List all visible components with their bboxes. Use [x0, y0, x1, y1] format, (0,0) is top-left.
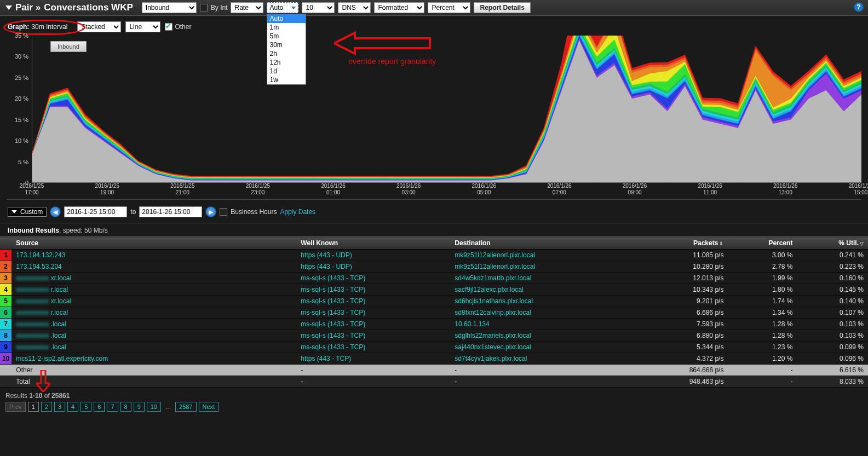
pager-page[interactable]: 9 — [134, 402, 145, 412]
cell-source[interactable]: 173.194.132.243 — [12, 250, 296, 261]
direction-select[interactable]: Inbound — [142, 2, 197, 13]
col-color[interactable] — [0, 237, 12, 250]
apply-dates-link[interactable]: Apply Dates — [280, 208, 315, 216]
date-range-mode-select[interactable]: Custom — [8, 207, 47, 217]
by-int-checkbox[interactable] — [200, 4, 208, 11]
date-next-button[interactable]: ▶ — [205, 206, 216, 217]
col-util[interactable]: % Util.▽ — [797, 237, 868, 250]
granularity-option[interactable]: 1m — [267, 23, 306, 32]
granularity-option[interactable]: 1d — [267, 67, 306, 76]
cell-packets: 4.372 p/s — [637, 353, 728, 365]
cell-destination[interactable]: sd7t4cyv1jakek.plxr.local — [450, 353, 637, 365]
col-percent[interactable]: Percent — [728, 237, 797, 250]
cell-destination[interactable]: 10.60.1.134 — [450, 319, 637, 330]
cell-well-known[interactable]: ms-sql-s (1433 - TCP) — [296, 342, 450, 353]
dns-select[interactable]: DNS — [338, 2, 371, 13]
granularity-option[interactable]: 12h — [267, 58, 306, 67]
cell-destination[interactable]: mk9z51l12alienorl.plxr.local — [450, 250, 637, 261]
col-destination[interactable]: Destination — [450, 237, 637, 250]
cell-packets: 6.686 p/s — [637, 307, 728, 319]
table-row[interactable]: 1173.194.132.243https (443 - UDP)mk9z51l… — [0, 250, 868, 261]
collapse-icon[interactable] — [5, 5, 12, 10]
graph-label-wrap: Graph: 30m Interval — [8, 23, 73, 31]
table-row[interactable]: 10mcs11-2-isp2.atl.expertcity.comhttps (… — [0, 353, 868, 365]
cell-well-known[interactable]: ms-sql-s (1433 - TCP) — [296, 319, 450, 330]
rate-select[interactable]: Rate — [231, 2, 263, 13]
cell-well-known[interactable]: ms-sql-s (1433 - TCP) — [296, 273, 450, 284]
pagination-controls: Prev12345678910...2587Next — [5, 402, 863, 412]
granularity-option[interactable]: 5m — [267, 32, 306, 41]
cell-destination[interactable]: sacf9jl12alexc.plxr.local — [450, 284, 637, 296]
y-tick-label: 30 % — [7, 53, 28, 60]
granularity-option[interactable]: Auto — [267, 14, 306, 23]
help-icon[interactable]: ? — [854, 2, 864, 12]
other-checkbox[interactable] — [165, 23, 173, 31]
pager-page[interactable]: 6 — [94, 402, 105, 412]
cell-well-known[interactable]: https (443 - UDP) — [296, 261, 450, 273]
pager-page[interactable]: 7 — [107, 402, 118, 412]
col-well-known[interactable]: Well Known — [296, 237, 450, 250]
granularity-option[interactable]: 30m — [267, 41, 306, 49]
format-select[interactable]: Formatted — [374, 2, 424, 13]
table-row[interactable]: 4xxxxxxxxxx r.localms-sql-s (1433 - TCP)… — [0, 284, 868, 296]
cell-util: 0.107 % — [797, 307, 868, 319]
cell-well-known[interactable]: ms-sql-s (1433 - TCP) — [296, 330, 450, 342]
cell-destination[interactable]: sdglhls22mariels.plxr.local — [450, 330, 637, 342]
table-row[interactable]: 7xxxxxxxxxx .localms-sql-s (1433 - TCP)1… — [0, 319, 868, 330]
pager-page[interactable]: 4 — [67, 402, 78, 412]
cell-destination[interactable]: sd4w5kdz1mattb.plxr.local — [450, 273, 637, 284]
cell-source[interactable]: xxxxxxxxxx xr.local — [12, 273, 296, 284]
cell-util: 0.103 % — [797, 319, 868, 330]
cell-source[interactable]: 173.194.53.204 — [12, 261, 296, 273]
granularity-dropdown[interactable]: Auto1m5m30m2h12h1d1w — [267, 14, 306, 85]
date-from-input[interactable] — [64, 206, 127, 217]
cell-well-known[interactable]: ms-sql-s (1433 - TCP) — [296, 307, 450, 319]
pager-page[interactable]: 8 — [120, 402, 131, 412]
cell-well-known[interactable]: https (443 - UDP) — [296, 250, 450, 261]
pager-page[interactable]: 3 — [54, 402, 65, 412]
pager-next[interactable]: Next — [199, 402, 219, 412]
cell-source[interactable]: xxxxxxxxxx xr.local — [12, 296, 296, 307]
table-row-other[interactable]: Other--864.666 p/s-6.616 % — [0, 365, 868, 376]
cell-percent: 1.80 % — [728, 284, 797, 296]
cell-source[interactable]: xxxxxxxxxx .local — [12, 330, 296, 342]
granularity-option[interactable]: 2h — [267, 49, 306, 58]
stack-mode-select[interactable]: Stacked — [77, 21, 121, 32]
cell-well-known[interactable]: ms-sql-s (1433 - TCP) — [296, 296, 450, 307]
cell-destination[interactable]: mk9z51l12alienorl.plxr.local — [450, 261, 637, 273]
report-details-button[interactable]: Report Details — [474, 2, 530, 13]
table-row[interactable]: 2173.194.53.204https (443 - UDP)mk9z51l1… — [0, 261, 868, 273]
granularity-select[interactable]: Auto Auto1m5m30m2h12h1d1w — [267, 2, 298, 13]
business-hours-checkbox[interactable] — [220, 208, 227, 216]
pager-page[interactable]: 2 — [41, 402, 52, 412]
cell-source[interactable]: xxxxxxxxxx .local — [12, 342, 296, 353]
count-select[interactable]: 10 — [302, 2, 335, 13]
pager-last[interactable]: 2587 — [175, 402, 196, 412]
date-to-input[interactable] — [139, 206, 202, 217]
sort-icon: ⇕ — [719, 241, 723, 246]
table-row[interactable]: 6xxxxxxxxxx r.localms-sql-s (1433 - TCP)… — [0, 307, 868, 319]
cell-destination[interactable]: saj440nx1stevec.plxr.local — [450, 342, 637, 353]
table-row[interactable]: 3xxxxxxxxxx xr.localms-sql-s (1433 - TCP… — [0, 273, 868, 284]
unit-select[interactable]: Percent — [428, 2, 470, 13]
pager-page[interactable]: 1 — [28, 402, 39, 412]
cell-source[interactable]: xxxxxxxxxx r.local — [12, 307, 296, 319]
cell-source[interactable]: xxxxxxxxxx r.local — [12, 284, 296, 296]
cell-well-known[interactable]: ms-sql-s (1433 - TCP) — [296, 284, 450, 296]
chart-plot[interactable] — [32, 36, 861, 183]
date-prev-button[interactable]: ◀ — [50, 206, 61, 217]
col-packets[interactable]: Packets⇕ — [637, 237, 728, 250]
col-source[interactable]: Source — [12, 237, 296, 250]
table-row[interactable]: 8xxxxxxxxxx .localms-sql-s (1433 - TCP)s… — [0, 330, 868, 342]
cell-source[interactable]: mcs11-2-isp2.atl.expertcity.com — [12, 353, 296, 365]
cell-destination[interactable]: sd8fxnt12calvinp.plxr.local — [450, 307, 637, 319]
pager-page[interactable]: 10 — [147, 402, 161, 412]
cell-destination[interactable]: sd6hcjls1nathans.plxr.local — [450, 296, 637, 307]
pager-page[interactable]: 5 — [81, 402, 91, 412]
cell-source[interactable]: xxxxxxxxxx .local — [12, 319, 296, 330]
granularity-option[interactable]: 1w — [267, 76, 306, 84]
cell-well-known[interactable]: https (443 - TCP) — [296, 353, 450, 365]
chart-style-select[interactable]: Line — [125, 21, 160, 32]
table-row[interactable]: 5xxxxxxxxxx xr.localms-sql-s (1433 - TCP… — [0, 296, 868, 307]
table-row[interactable]: 9xxxxxxxxxx .localms-sql-s (1433 - TCP)s… — [0, 342, 868, 353]
